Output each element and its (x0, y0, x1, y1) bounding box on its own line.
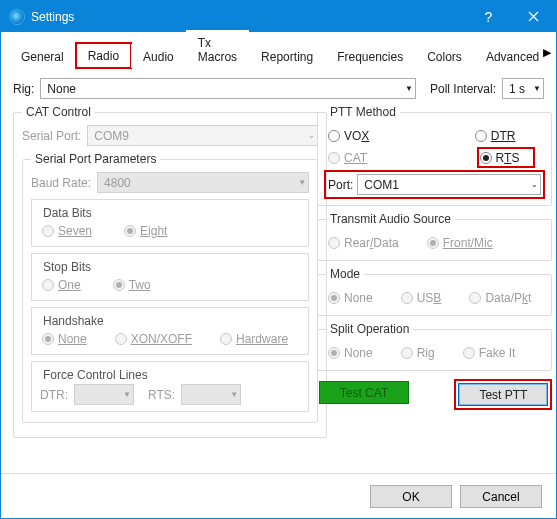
radio-front: Front/Mic (427, 236, 493, 250)
radio-cat: CAT (328, 151, 367, 165)
serial-port-combo: COM9 ⌄ (87, 125, 318, 146)
cat-control-legend: CAT Control (22, 105, 95, 119)
chevron-down-icon: ▼ (533, 84, 541, 93)
radio-split-none: None (328, 346, 373, 360)
window-title: Settings (31, 10, 466, 24)
rig-value: None (47, 82, 405, 96)
fcl-dtr-combo: ▼ (74, 384, 134, 405)
radio-one: One (42, 278, 81, 292)
tab-advanced[interactable]: Advanced (474, 44, 551, 68)
ptt-legend: PTT Method (326, 105, 400, 119)
radio-mode-none: None (328, 291, 373, 305)
test-cat-button[interactable]: Test CAT (319, 381, 409, 404)
tab-frequencies[interactable]: Frequencies (325, 44, 415, 68)
rig-label: Rig: (13, 82, 34, 96)
force-control-lines-group: Force Control Lines DTR: ▼ RTS: ▼ (31, 361, 309, 412)
radio-rear: Rear/Data (328, 236, 399, 250)
radio-split-fake: Fake It (463, 346, 516, 360)
poll-label: Poll Interval: (430, 82, 496, 96)
poll-combo[interactable]: 1 s ▼ (502, 78, 544, 99)
close-button[interactable] (511, 1, 556, 32)
radio-hs-xon: XON/XOFF (115, 332, 192, 346)
separator (1, 473, 556, 474)
test-ptt-button[interactable]: Test PTT (458, 383, 548, 406)
chevron-down-icon: ▼ (230, 390, 238, 399)
rig-row: Rig: None ▼ Poll Interval: 1 s ▼ (13, 78, 544, 99)
fcl-dtr-label: DTR: (40, 388, 68, 402)
settings-window: Settings ? General Radio Audio Tx Macros… (0, 0, 557, 519)
chevron-down-icon: ▼ (123, 390, 131, 399)
port-label: Port: (328, 178, 353, 192)
tab-radio[interactable]: Radio (76, 43, 131, 68)
radio-eight: Eight (124, 224, 167, 238)
fcl-rts-combo: ▼ (181, 384, 241, 405)
radio-hs-hw: Hardware (220, 332, 288, 346)
data-bits-group: Data Bits Seven Eight (31, 199, 309, 247)
rig-combo[interactable]: None ▼ (40, 78, 416, 99)
cancel-button[interactable]: Cancel (460, 485, 542, 508)
titlebar: Settings ? (1, 1, 556, 32)
spp-legend: Serial Port Parameters (31, 152, 160, 166)
fcl-legend: Force Control Lines (40, 368, 151, 382)
radio-split-rig: Rig (401, 346, 435, 360)
port-combo[interactable]: COM1 ⌄ (357, 174, 541, 195)
tab-colors[interactable]: Colors (415, 44, 474, 68)
radio-dtr[interactable]: DTR (475, 129, 516, 143)
app-icon (9, 9, 25, 25)
stop-bits-legend: Stop Bits (40, 260, 94, 274)
split-legend: Split Operation (326, 322, 413, 336)
ok-button[interactable]: OK (370, 485, 452, 508)
chevron-down-icon: ⌄ (531, 180, 538, 189)
rts-highlight: RTS (479, 149, 534, 166)
tab-audio[interactable]: Audio (131, 44, 186, 68)
mode-group: Mode None USB Data/Pkt (317, 267, 552, 316)
transmit-audio-source-group: Transmit Audio Source Rear/Data Front/Mi… (317, 212, 552, 261)
split-operation-group: Split Operation None Rig Fake It (317, 322, 552, 371)
radio-two: Two (113, 278, 151, 292)
stop-bits-group: Stop Bits One Two (31, 253, 309, 301)
data-bits-legend: Data Bits (40, 206, 95, 220)
tab-general[interactable]: General (9, 44, 76, 68)
help-button[interactable]: ? (466, 1, 511, 32)
close-icon (528, 11, 539, 22)
tabs-scroll-right[interactable]: ▶ (543, 46, 551, 59)
chevron-down-icon: ⌄ (308, 131, 315, 140)
fcl-rts-label: RTS: (148, 388, 175, 402)
baud-combo: 4800 ▼ (97, 172, 309, 193)
port-row-highlight: Port: COM1 ⌄ (326, 172, 543, 197)
radio-seven: Seven (42, 224, 92, 238)
serial-port-value: COM9 (94, 129, 308, 143)
baud-label: Baud Rate: (31, 176, 91, 190)
port-value: COM1 (364, 178, 531, 192)
radio-vox[interactable]: VOX (328, 129, 369, 143)
radio-hs-none: None (42, 332, 87, 346)
serial-port-label: Serial Port: (22, 129, 81, 143)
cat-control-group: CAT Control Serial Port: COM9 ⌄ Serial P… (13, 105, 327, 438)
baud-value: 4800 (104, 176, 298, 190)
tab-reporting[interactable]: Reporting (249, 44, 325, 68)
serial-port-params-group: Serial Port Parameters Baud Rate: 4800 ▼… (22, 152, 318, 423)
handshake-group: Handshake None XON/XOFF Hardware (31, 307, 309, 355)
tab-tx-macros[interactable]: Tx Macros (186, 30, 249, 68)
tas-legend: Transmit Audio Source (326, 212, 455, 226)
chevron-down-icon: ▼ (298, 178, 306, 187)
handshake-legend: Handshake (40, 314, 107, 328)
mode-legend: Mode (326, 267, 364, 281)
ptt-method-group: PTT Method VOX DTR CAT RTS Port: (317, 105, 552, 206)
body: Rig: None ▼ Poll Interval: 1 s ▼ CAT Con… (1, 68, 556, 452)
radio-rts[interactable]: RTS (480, 151, 520, 165)
tabs: General Radio Audio Tx Macros Reporting … (9, 40, 548, 68)
radio-mode-data: Data/Pkt (469, 291, 531, 305)
poll-value: 1 s (509, 82, 533, 96)
chevron-down-icon: ▼ (405, 84, 413, 93)
radio-mode-usb: USB (401, 291, 442, 305)
test-ptt-highlight: Test PTT (456, 381, 550, 408)
